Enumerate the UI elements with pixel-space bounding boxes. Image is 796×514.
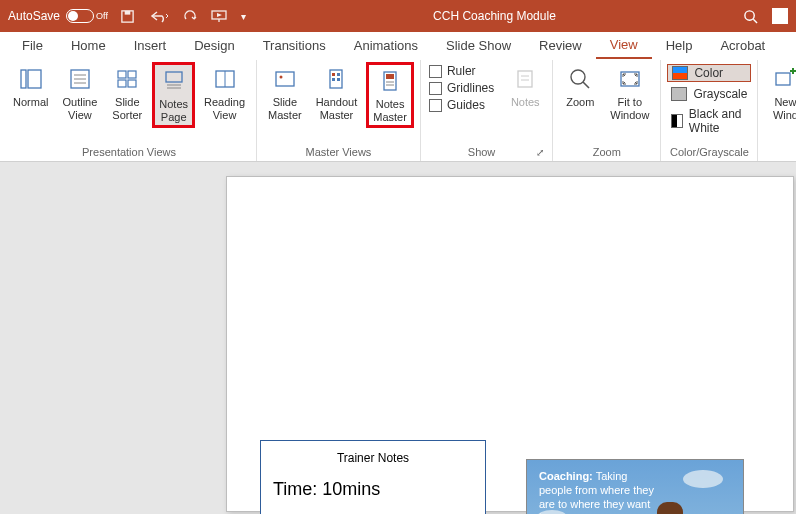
guides-checkbox[interactable]: Guides xyxy=(429,98,494,112)
reading-view-label: Reading View xyxy=(204,96,245,121)
window-title: CCH Coaching Module xyxy=(246,9,743,23)
svg-rect-13 xyxy=(128,71,136,78)
svg-rect-1 xyxy=(125,10,131,14)
svg-rect-38 xyxy=(776,73,790,85)
slide-master-button[interactable]: Slide Master xyxy=(263,62,307,124)
autosave-control[interactable]: AutoSave Off xyxy=(8,9,108,23)
account-box[interactable] xyxy=(772,8,788,24)
color-button[interactable]: Color xyxy=(667,64,751,82)
new-window-label: New Wind xyxy=(773,96,796,121)
reading-view-icon xyxy=(211,65,239,93)
tab-file[interactable]: File xyxy=(8,35,57,58)
normal-view-icon xyxy=(17,65,45,93)
slide-sorter-icon xyxy=(113,65,141,93)
tab-insert[interactable]: Insert xyxy=(120,35,181,58)
show-dialog-launcher[interactable]: ⤢ xyxy=(536,147,546,158)
ruler-checkbox[interactable]: Ruler xyxy=(429,64,494,78)
svg-rect-12 xyxy=(118,71,126,78)
svg-point-22 xyxy=(279,76,282,79)
svg-rect-27 xyxy=(337,78,340,81)
svg-rect-23 xyxy=(330,70,342,88)
tab-review[interactable]: Review xyxy=(525,35,596,58)
quick-access-toolbar: ▾ xyxy=(120,9,246,24)
notes-title: Trainer Notes xyxy=(273,451,473,465)
notes-body[interactable]: Time: 10mins Supplies • Grow Handout xyxy=(273,477,473,514)
from-beginning-icon[interactable] xyxy=(211,9,227,23)
checkbox-icon xyxy=(429,82,442,95)
ribbon: Normal Outline View Slide Sorter Notes P… xyxy=(0,60,796,162)
bw-swatch-icon xyxy=(671,114,682,128)
save-icon[interactable] xyxy=(120,9,135,24)
presentation-views-group-label: Presentation Views xyxy=(8,146,250,161)
search-icon[interactable] xyxy=(743,9,758,24)
autosave-toggle[interactable] xyxy=(66,9,94,23)
zoom-button[interactable]: Zoom xyxy=(559,62,601,112)
handout-master-button[interactable]: Handout Master xyxy=(311,62,363,124)
svg-rect-26 xyxy=(332,78,335,81)
zoom-label: Zoom xyxy=(566,96,594,109)
grayscale-button[interactable]: Grayscale xyxy=(667,86,751,102)
notes-icon xyxy=(511,65,539,93)
qat-customize-icon[interactable]: ▾ xyxy=(241,11,246,22)
group-window: New Wind xyxy=(758,60,796,161)
fit-to-window-button[interactable]: Fit to Window xyxy=(605,62,654,124)
slide-master-icon xyxy=(271,65,299,93)
notes-page-button[interactable]: Notes Page xyxy=(152,62,195,128)
window-group-label xyxy=(764,146,796,161)
editing-canvas[interactable]: Trainer Notes Time: 10mins Supplies • Gr… xyxy=(0,162,796,514)
notes-button: Notes xyxy=(504,62,546,112)
outline-view-label: Outline View xyxy=(62,96,97,121)
svg-point-35 xyxy=(571,70,585,84)
svg-rect-29 xyxy=(386,74,394,79)
new-window-button[interactable]: New Wind xyxy=(764,62,796,124)
undo-icon[interactable] xyxy=(149,9,169,23)
outline-view-button[interactable]: Outline View xyxy=(57,62,102,124)
notes-master-button[interactable]: Notes Master xyxy=(366,62,414,128)
svg-line-5 xyxy=(753,19,757,23)
slide-thumb-image xyxy=(611,487,729,514)
zoom-group-label: Zoom xyxy=(559,146,654,161)
tab-design[interactable]: Design xyxy=(180,35,248,58)
svg-rect-21 xyxy=(276,72,294,86)
handout-master-label: Handout Master xyxy=(316,96,358,121)
tab-transitions[interactable]: Transitions xyxy=(249,35,340,58)
black-white-button[interactable]: Black and White xyxy=(667,106,751,136)
show-group-label: Show xyxy=(427,146,536,161)
autosave-state: Off xyxy=(96,11,108,21)
slide-sorter-button[interactable]: Slide Sorter xyxy=(106,62,148,124)
svg-rect-25 xyxy=(337,73,340,76)
svg-rect-6 xyxy=(21,70,26,88)
slide-thumbnail[interactable]: Coaching: Taking people from where they … xyxy=(526,459,744,514)
group-presentation-views: Normal Outline View Slide Sorter Notes P… xyxy=(0,60,257,161)
tab-acrobat[interactable]: Acrobat xyxy=(706,35,779,58)
slide-thumb-heading: Coaching: xyxy=(539,470,593,482)
checkbox-icon xyxy=(429,65,442,78)
normal-button[interactable]: Normal xyxy=(8,62,53,112)
tab-slideshow[interactable]: Slide Show xyxy=(432,35,525,58)
checkbox-icon xyxy=(429,99,442,112)
fit-to-window-label: Fit to Window xyxy=(610,96,649,121)
svg-rect-15 xyxy=(128,80,136,87)
notes-time-line: Time: 10mins xyxy=(273,477,473,502)
tab-help[interactable]: Help xyxy=(652,35,707,58)
notes-page-icon xyxy=(160,67,188,95)
notes-master-label: Notes Master xyxy=(373,98,407,123)
group-zoom: Zoom Fit to Window Zoom xyxy=(553,60,661,161)
tab-animations[interactable]: Animations xyxy=(340,35,432,58)
handout-master-icon xyxy=(322,65,350,93)
tab-home[interactable]: Home xyxy=(57,35,120,58)
tab-view[interactable]: View xyxy=(596,34,652,59)
reading-view-button[interactable]: Reading View xyxy=(199,62,250,124)
redo-icon[interactable] xyxy=(183,9,197,23)
group-color-grayscale: Color Grayscale Black and White Color/Gr… xyxy=(661,60,758,161)
gridlines-checkbox[interactable]: Gridlines xyxy=(429,81,494,95)
normal-label: Normal xyxy=(13,96,48,109)
svg-rect-7 xyxy=(28,70,41,88)
notes-text-box[interactable]: Trainer Notes Time: 10mins Supplies • Gr… xyxy=(260,440,486,514)
title-bar: AutoSave Off ▾ CCH Coaching Module xyxy=(0,0,796,32)
svg-line-36 xyxy=(583,82,589,88)
group-master-views: Slide Master Handout Master Notes Master… xyxy=(257,60,421,161)
color-grayscale-group-label: Color/Grayscale xyxy=(667,146,751,161)
new-window-icon xyxy=(771,65,796,93)
menu-tabs: File Home Insert Design Transitions Anim… xyxy=(0,32,796,60)
